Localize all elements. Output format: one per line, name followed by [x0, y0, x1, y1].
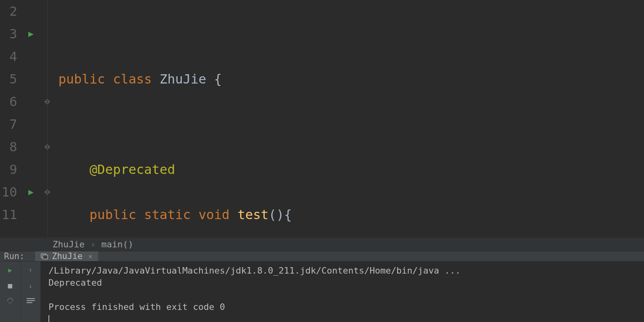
line-number: 5: [2, 68, 17, 90]
run-toolbar-left2: ↑ ↓: [20, 261, 40, 322]
soft-wrap-icon[interactable]: [27, 298, 35, 303]
application-icon: [41, 253, 48, 260]
run-class-icon[interactable]: ▶: [28, 23, 34, 45]
down-arrow-icon[interactable]: ↓: [29, 282, 33, 290]
run-gutter: ▶ ▶: [22, 0, 40, 238]
line-number: 6: [2, 90, 17, 113]
settings-icon[interactable]: [6, 297, 14, 304]
close-icon[interactable]: ✕: [88, 252, 92, 260]
fold-gutter: [40, 0, 55, 238]
svg-rect-10: [43, 255, 48, 259]
line-number-gutter: 2 3 4 5 6 7 8 9 10 11: [0, 0, 22, 238]
line-number: 11: [2, 203, 17, 226]
line-number: 9: [2, 158, 17, 181]
run-panel-label: Run:: [0, 251, 35, 261]
console-cursor: [48, 315, 49, 322]
console-output[interactable]: /Library/Java/JavaVirtualMachines/jdk1.8…: [40, 261, 644, 322]
line-number: 2: [2, 0, 17, 23]
app-root: 2 3 4 5 6 7 8 9 10 11 ▶ ▶: [0, 0, 644, 322]
stop-icon[interactable]: ■: [8, 281, 13, 290]
code-content[interactable]: public class ZhuJie { @Deprecated public…: [55, 0, 644, 238]
editor-area[interactable]: 2 3 4 5 6 7 8 9 10 11 ▶ ▶: [0, 0, 644, 238]
breadcrumb-method[interactable]: main(): [101, 239, 133, 249]
breadcrumb: ZhuJie › main(): [0, 238, 644, 251]
run-panel-header: Run: ZhuJie ✕: [0, 251, 644, 261]
svg-rect-12: [8, 301, 13, 303]
breadcrumb-class[interactable]: ZhuJie: [53, 239, 84, 249]
rerun-icon[interactable]: ▶: [8, 266, 12, 274]
line-number: 10: [2, 181, 17, 203]
line-number: 8: [2, 136, 17, 158]
run-toolbar-left: ▶ ■: [0, 261, 20, 322]
up-arrow-icon[interactable]: ↑: [29, 266, 33, 274]
run-tab[interactable]: ZhuJie ✕: [35, 251, 98, 261]
console-exit-line: Process finished with exit code 0: [48, 302, 225, 312]
run-tab-label: ZhuJie: [52, 251, 83, 261]
run-output-area: ▶ ■ ↑ ↓ /Library/Java/JavaVirtualMachine…: [0, 261, 644, 322]
run-main-icon[interactable]: ▶: [28, 181, 34, 203]
breadcrumb-separator-icon: ›: [90, 239, 95, 249]
line-number: 4: [2, 45, 17, 68]
line-number: 7: [2, 113, 17, 136]
console-command-line: /Library/Java/JavaVirtualMachines/jdk1.8…: [48, 266, 461, 276]
console-stdout-line: Deprecated: [48, 278, 102, 288]
line-number: 3: [2, 23, 17, 45]
